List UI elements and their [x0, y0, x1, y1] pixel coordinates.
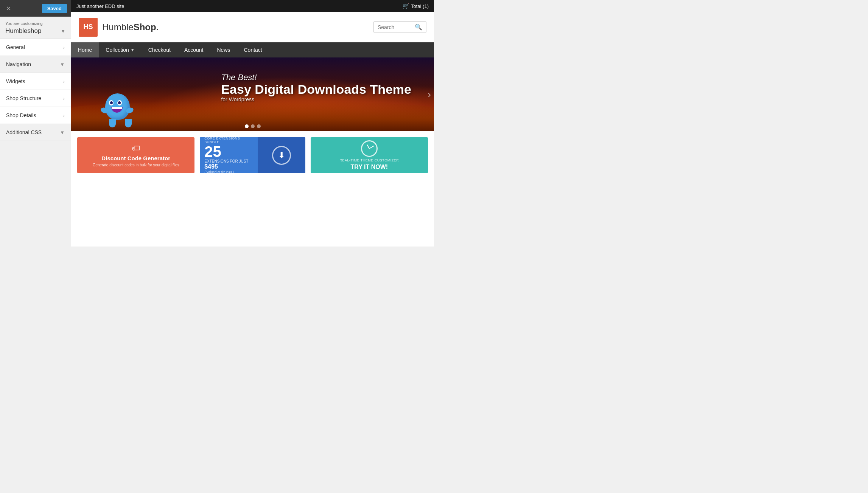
search-input[interactable] [378, 24, 412, 30]
nav-checkout-label: Checkout [148, 47, 171, 53]
nav-item-account[interactable]: Account [177, 42, 210, 57]
customizer-cta: TRY IT NOW! [350, 164, 388, 171]
theme-name: Humbleshop [5, 27, 41, 35]
clock-hand-minute [369, 146, 374, 149]
hero-main-title: Easy Digital Downloads Theme [221, 82, 411, 96]
close-button[interactable]: ✕ [4, 3, 13, 14]
logo-name-regular: Humble [102, 22, 134, 32]
hero-sub-title: for Wordpress [221, 96, 411, 102]
search-icon[interactable]: 🔍 [415, 23, 422, 31]
chevron-down-icon: ▼ [61, 28, 65, 34]
bundle-extensions-label: EXTENSIONS FOR JUST [204, 159, 253, 163]
sidebar-item-widgets-label: Widgets [6, 78, 25, 84]
cart-info[interactable]: 🛒 Total (1) [403, 3, 429, 9]
character-pupil-right [118, 101, 121, 104]
customizer-label: REAL-TIME THEME CUSTOMIZER [339, 158, 399, 162]
product-card-bundle[interactable]: CORE EXTENSIONS BUNDLE 25 EXTENSIONS FOR… [200, 137, 305, 173]
cart-icon: 🛒 [403, 3, 409, 9]
site-name: Just another EDD site [76, 3, 124, 9]
bundle-right: ⬇ [258, 137, 305, 173]
logo-box: HS [79, 18, 98, 37]
nav-item-contact[interactable]: Contact [237, 42, 269, 57]
logo-name-bold: Shop. [134, 22, 159, 32]
clock-icon [361, 140, 378, 157]
top-bar: Just another EDD site 🛒 Total (1) [71, 0, 434, 12]
tag-icon: 🏷 [132, 144, 140, 153]
nav-contact-label: Contact [244, 47, 262, 53]
chevron-down-icon: ▼ [131, 48, 135, 52]
sidebar-item-shop-details-label: Shop Details [6, 112, 36, 118]
sidebar-item-navigation-label: Navigation [6, 61, 31, 67]
sidebar-item-navigation[interactable]: Navigation ▼ [0, 56, 71, 73]
character-eye-right [117, 100, 122, 105]
teal-content: REAL-TIME THEME CUSTOMIZER TRY IT NOW! [339, 140, 399, 171]
sidebar-item-shop-details[interactable]: Shop Details › [0, 107, 71, 124]
character-pupil-left [110, 101, 113, 104]
sidebar-topbar: ✕ Saved [0, 0, 71, 17]
logo-text: HumbleShop. [102, 22, 159, 33]
nav-home-label: Home [78, 47, 92, 53]
character-teeth [112, 107, 122, 109]
nav-bar: Home Collection ▼ Checkout Account News … [71, 42, 434, 57]
character-leg-right [125, 119, 132, 127]
discount-card-subtitle: Generate discount codes in bulk for your… [93, 163, 179, 167]
sidebar-item-general[interactable]: General › [0, 39, 71, 56]
logo-area[interactable]: HS HumbleShop. [79, 18, 159, 37]
bundle-price: $495 [204, 163, 253, 170]
character-mouth [111, 107, 123, 113]
character-body [105, 93, 130, 120]
sidebar-item-general-label: General [6, 44, 25, 50]
nav-item-checkout[interactable]: Checkout [142, 42, 177, 57]
sidebar-item-additional-css-label: Additional CSS [6, 129, 42, 135]
product-card-customizer[interactable]: REAL-TIME THEME CUSTOMIZER TRY IT NOW! [311, 137, 428, 173]
sidebar-item-additional-css[interactable]: Additional CSS ▼ [0, 124, 71, 141]
hero-slider: The Best! Easy Digital Downloads Theme f… [71, 57, 434, 131]
bundle-number: 25 [204, 144, 253, 159]
hero-dots [245, 124, 261, 128]
sidebar-item-shop-structure[interactable]: Shop Structure › [0, 90, 71, 107]
sidebar-item-shop-structure-label: Shop Structure [6, 95, 41, 101]
download-icon: ⬇ [272, 146, 291, 165]
hero-next-button[interactable]: › [428, 88, 431, 101]
bundle-left: CORE EXTENSIONS BUNDLE 25 EXTENSIONS FOR… [200, 137, 258, 173]
bundle-valued: ( valued at $2,230 ) [204, 170, 253, 173]
hero-character [105, 90, 135, 127]
character-leg-left [109, 119, 116, 127]
chevron-right-icon: › [63, 79, 65, 84]
nav-item-news[interactable]: News [210, 42, 237, 57]
hero-dot-2[interactable] [251, 124, 255, 128]
cart-label: Total (1) [411, 3, 429, 9]
hero-text: The Best! Easy Digital Downloads Theme f… [221, 73, 411, 102]
main-content: Just another EDD site 🛒 Total (1) HS Hum… [71, 0, 434, 246]
chevron-down-icon: ▼ [60, 62, 65, 67]
nav-item-collection[interactable]: Collection ▼ [99, 42, 141, 57]
customizing-label: You are customizing [0, 17, 71, 27]
character-arm-right [125, 107, 134, 114]
nav-news-label: News [217, 47, 230, 53]
chevron-right-icon: › [63, 113, 65, 118]
chevron-right-icon: › [63, 96, 65, 101]
nav-collection-label: Collection [106, 47, 129, 53]
chevron-right-icon: › [63, 45, 65, 50]
hero-dot-1[interactable] [245, 124, 249, 128]
customizing-theme: Humbleshop ▼ [0, 27, 71, 39]
page-header: HS HumbleShop. 🔍 [71, 12, 434, 42]
discount-card-title: Discount Code Generator [101, 155, 170, 161]
sidebar: ✕ Saved You are customizing Humbleshop ▼… [0, 0, 71, 246]
hero-dot-3[interactable] [257, 124, 261, 128]
hero-best-label: The Best! [221, 73, 411, 82]
chevron-down-icon: ▼ [60, 130, 65, 135]
products-section: 🏷 Discount Code Generator Generate disco… [71, 131, 434, 246]
nav-account-label: Account [184, 47, 204, 53]
saved-button[interactable]: Saved [42, 4, 67, 13]
logo-letters: HS [83, 23, 93, 31]
search-box[interactable]: 🔍 [373, 21, 426, 33]
product-card-discount[interactable]: 🏷 Discount Code Generator Generate disco… [77, 137, 194, 173]
character-eye-left [109, 100, 114, 105]
sidebar-item-widgets[interactable]: Widgets › [0, 73, 71, 90]
nav-item-home[interactable]: Home [71, 42, 99, 57]
